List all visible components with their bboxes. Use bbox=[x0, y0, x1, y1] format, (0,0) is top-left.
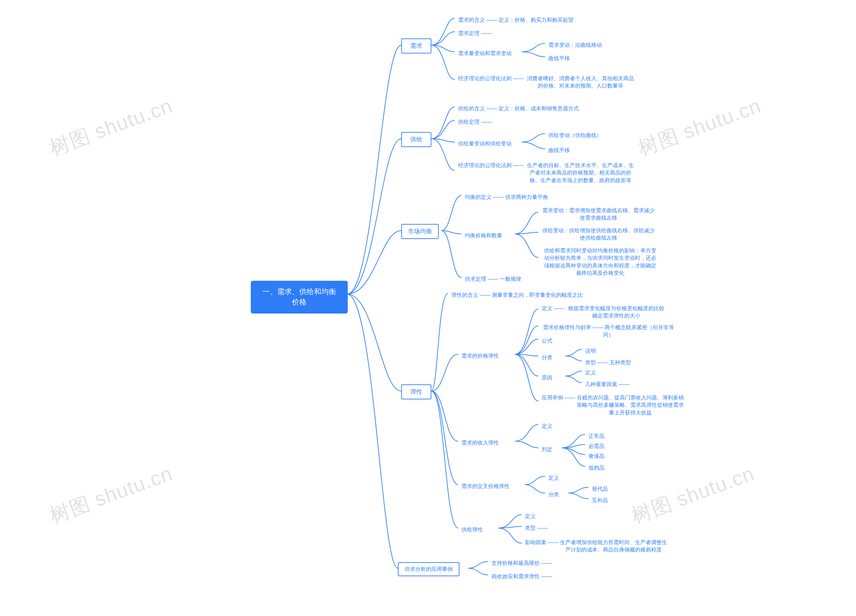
leaf[interactable]: 税收效应和需求弹性 —— bbox=[488, 571, 555, 582]
branch-application[interactable]: 供求分析的应用事例 bbox=[398, 562, 459, 576]
node-income-elasticity[interactable]: 需求的收入弹性 bbox=[458, 438, 502, 448]
leaf[interactable]: 供给定理 —— bbox=[455, 117, 495, 127]
watermark: 树图 shutu.cn bbox=[46, 92, 177, 162]
leaf[interactable]: 曲线平移 bbox=[545, 54, 573, 63]
branch-elasticity[interactable]: 弹性 bbox=[401, 384, 431, 399]
leaf[interactable]: 原因 bbox=[538, 373, 556, 383]
leaf[interactable]: 定义 bbox=[582, 368, 599, 378]
label: 定义 —— bbox=[542, 306, 564, 311]
root-node[interactable]: 一、需求、供给和均衡价格 bbox=[251, 281, 348, 313]
leaf[interactable]: 需求变动：需求增加使需求曲线右移、需求减少使需求曲线左移 bbox=[538, 206, 659, 223]
leaf[interactable]: 类型 —— bbox=[522, 523, 551, 533]
leaf[interactable]: 曲线平移 bbox=[545, 145, 573, 155]
leaf[interactable]: 替代品 bbox=[588, 484, 611, 494]
leaf[interactable]: 低档品 bbox=[585, 463, 608, 473]
leaf[interactable]: 需求的含义 —— 定义：价格、购买力和购买欲望 bbox=[455, 15, 577, 25]
node-cross-elasticity[interactable]: 需求的交叉价格弹性 bbox=[458, 481, 513, 492]
leaf[interactable]: 定义 bbox=[538, 421, 556, 431]
node-price-elasticity[interactable]: 需求的价格弹性 bbox=[458, 351, 502, 361]
leaf[interactable]: 供给变动（供给曲线） bbox=[545, 131, 605, 140]
leaf[interactable]: 供给和需求同时变动对均衡价格的影响：单方变动分析较为简单，当供求同时发生变动时，… bbox=[538, 246, 662, 278]
label: 经济理论的公理化法则 —— bbox=[458, 75, 523, 81]
mindmap-canvas: 树图 shutu.cn 树图 shutu.cn 树图 shutu.cn 树图 s… bbox=[0, 0, 856, 616]
leaf[interactable]: 互补品 bbox=[588, 495, 611, 505]
watermark: 树图 shutu.cn bbox=[635, 92, 765, 162]
connector-lines bbox=[0, 0, 856, 616]
leaf[interactable]: 经济理论的公理化法则 —— 消费者嗜好、消费者个人收入、其他相关商品的价格、对未… bbox=[455, 74, 639, 91]
leaf[interactable]: 供给量变动和供给变动 bbox=[455, 139, 515, 149]
leaf[interactable]: 需求变动：沿曲线移动 bbox=[545, 40, 605, 50]
leaf[interactable]: 弹性的含义 —— 测量变量之间，即变量变化的幅度之比 bbox=[448, 290, 586, 300]
detail: 消费者嗜好、消费者个人收入、其他相关商品的价格、对未来的预期、人口数量等 bbox=[525, 75, 636, 90]
dash-icon: —— bbox=[485, 17, 499, 23]
leaf[interactable]: 判定 bbox=[538, 444, 556, 455]
leaf[interactable]: 应用举例 —— 谷贱伤农问题、提高门票收入问题、薄利多销策略与高价多赚策略、需求… bbox=[538, 393, 687, 418]
watermark: 树图 shutu.cn bbox=[628, 460, 758, 530]
watermark: 树图 shutu.cn bbox=[46, 460, 177, 530]
detail: 根据需求变化幅度与价格变化幅度的比较确定需求弹性的大小 bbox=[566, 305, 667, 320]
leaf[interactable]: 分类 bbox=[538, 353, 556, 363]
detail: 谷贱伤农问题、提高门票收入问题、薄利多销策略与高价多赚策略、需求高弹性促销使需求… bbox=[577, 394, 684, 416]
branch-supply[interactable]: 供给 bbox=[401, 132, 431, 147]
leaf[interactable]: 分类 bbox=[545, 490, 562, 500]
branch-equilibrium[interactable]: 市场均衡 bbox=[401, 224, 439, 239]
leaf[interactable]: 需求定理 —— bbox=[455, 28, 495, 38]
leaf[interactable]: 需求价格弹性与斜率 —— 两个概念联系紧密（但并非等同） bbox=[538, 323, 679, 340]
leaf[interactable]: 供给的含义 —— 定义：价格、成本和销售意愿方式 bbox=[455, 104, 582, 114]
leaf[interactable]: 均衡的定义 —— 供求两种力量平衡 bbox=[462, 192, 551, 202]
leaf[interactable]: 类型 —— 五种类型 bbox=[582, 358, 634, 368]
leaf[interactable]: 需求量变动和需求变动 bbox=[455, 48, 515, 58]
leaf[interactable]: 定义 —— 根据需求变化幅度与价格变化幅度的比较确定需求弹性的大小 bbox=[538, 304, 670, 321]
leaf[interactable]: 定义 bbox=[522, 512, 539, 521]
leaf[interactable]: 供给变动：供给增加使供给曲线右移、供给减少使供给曲线左移 bbox=[538, 226, 659, 243]
node-supply-elasticity[interactable]: 供给弹性 bbox=[458, 525, 486, 535]
label: 应用举例 —— bbox=[542, 395, 575, 400]
leaf[interactable]: 支持价格和最高限价 —— bbox=[488, 558, 555, 568]
label: 需求的含义 bbox=[458, 17, 485, 23]
leaf[interactable]: 奢侈品 bbox=[585, 451, 608, 461]
leaf[interactable]: 正常品 bbox=[585, 431, 608, 441]
detail: 生产者增加供给能力所需时间、生产者调整生产计划的成本、商品自身储藏的难易程度 bbox=[560, 539, 667, 554]
leaf[interactable]: 定义 bbox=[545, 473, 562, 483]
leaf[interactable]: 必需品 bbox=[585, 441, 608, 451]
detail: 生产者的目标、生产技术水平、生产成本、生产者对未来商品的价格预期、相关商品的价格… bbox=[525, 162, 636, 184]
leaf[interactable]: 说明 bbox=[582, 346, 599, 356]
leaf[interactable]: 公式 bbox=[538, 336, 556, 346]
label: 影响因素 —— bbox=[525, 539, 559, 545]
leaf[interactable]: 均衡价格和数量 bbox=[462, 230, 506, 241]
leaf[interactable]: 供求定理 —— 一般规律 bbox=[462, 274, 525, 284]
branch-demand[interactable]: 需求 bbox=[401, 38, 431, 54]
leaf[interactable]: 几种重要因素 —— bbox=[582, 379, 633, 389]
leaf[interactable]: 影响因素 —— 生产者增加供给能力所需时间、生产者调整生产计划的成本、商品自身储… bbox=[522, 538, 670, 555]
label: 经济理论的公理化法则 —— bbox=[458, 163, 523, 168]
detail: 定义：价格、购买力和购买欲望 bbox=[499, 17, 573, 23]
leaf[interactable]: 经济理论的公理化法则 —— 生产者的目标、生产技术水平、生产成本、生产者对未来商… bbox=[455, 160, 639, 186]
